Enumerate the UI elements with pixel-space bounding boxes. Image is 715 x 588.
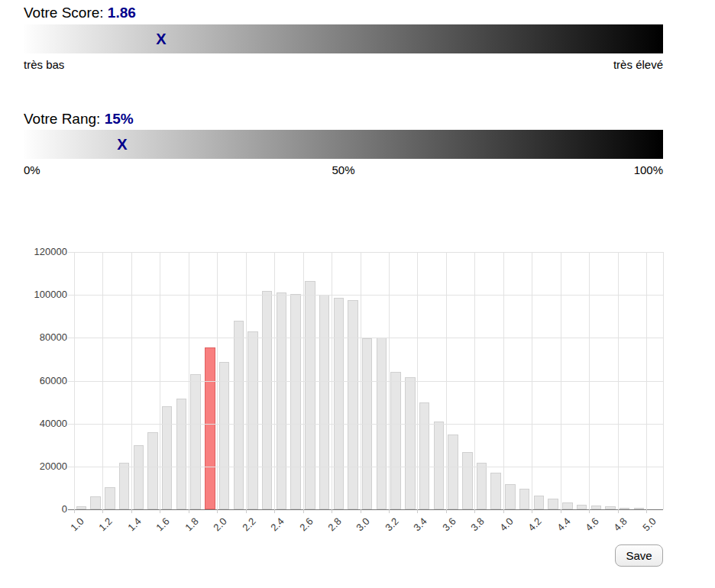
- x-tick-label: 3.8: [469, 515, 487, 533]
- y-tick-label: 40000: [21, 418, 67, 430]
- v-gridline: [274, 252, 275, 509]
- v-gridline: [131, 252, 132, 509]
- save-button[interactable]: Save: [615, 544, 663, 567]
- y-tick-label: 60000: [21, 375, 67, 387]
- histogram-bar: [247, 331, 257, 509]
- h-gridline: [68, 338, 663, 338]
- score-gradient-bar: X: [24, 24, 663, 53]
- histogram-bar-highlighted: [205, 347, 215, 509]
- h-gridline: [68, 381, 663, 382]
- score-title-label: Votre Score:: [24, 5, 104, 21]
- histogram-bar: [190, 374, 200, 509]
- histogram-bar: [534, 496, 544, 509]
- rank-marker-x: X: [117, 137, 127, 152]
- histogram-bar: [176, 399, 186, 509]
- x-tick-label: 1.0: [68, 515, 86, 533]
- histogram-bar: [262, 291, 272, 509]
- rank-scale-100-label: 100%: [634, 163, 663, 176]
- x-tick-label: 5.0: [640, 515, 658, 533]
- y-tick-label: 20000: [21, 460, 67, 473]
- histogram-bar: [434, 422, 444, 509]
- score-scale-labels: très bas très élevé: [24, 58, 663, 72]
- x-tick-mark: [618, 509, 619, 513]
- h-gridline: [68, 252, 663, 253]
- v-gridline: [503, 252, 504, 509]
- x-tick-label: 3.6: [440, 515, 458, 533]
- v-gridline: [561, 252, 561, 509]
- v-gridline: [646, 252, 647, 509]
- x-tick-mark: [131, 509, 132, 513]
- histogram-bar: [219, 362, 229, 509]
- v-gridline: [446, 252, 447, 509]
- v-gridline: [618, 252, 619, 509]
- x-tick-mark: [332, 509, 332, 513]
- y-tick-label: 120000: [21, 246, 67, 258]
- x-tick-mark: [217, 509, 218, 513]
- histogram-bar: [134, 445, 144, 509]
- page: Votre Score: 1.86 X très bas très élevé …: [0, 0, 715, 588]
- histogram-bar: [147, 432, 157, 509]
- histogram-bar: [234, 321, 244, 509]
- x-tick-label: 4.4: [555, 515, 572, 533]
- histogram-bar: [390, 372, 400, 509]
- score-scale-high-label: très élevé: [613, 58, 663, 71]
- histogram-bar: [562, 502, 572, 509]
- histogram-bar: [505, 484, 515, 509]
- x-tick-mark: [532, 509, 532, 513]
- x-tick-mark: [474, 509, 475, 513]
- x-tick-mark: [274, 509, 275, 513]
- rank-scale-50-label: 50%: [332, 163, 354, 176]
- rank-title: Votre Rang: 15%: [24, 111, 134, 128]
- x-tick-mark: [417, 509, 418, 513]
- histogram-bar: [277, 292, 286, 509]
- x-tick-label: 1.2: [97, 515, 115, 533]
- histogram-bar: [490, 473, 500, 509]
- histogram-bar: [334, 298, 344, 509]
- rank-gradient-bar: X: [24, 130, 663, 159]
- x-tick-label: 2.4: [268, 515, 286, 533]
- v-gridline: [74, 252, 75, 509]
- x-tick-mark: [561, 509, 561, 513]
- x-tick-mark: [74, 509, 75, 513]
- score-title: Votre Score: 1.86: [24, 5, 136, 21]
- x-tick-label: 2.2: [240, 515, 257, 533]
- x-tick-mark: [589, 509, 590, 513]
- v-gridline: [532, 252, 532, 509]
- v-gridline: [474, 252, 475, 509]
- x-tick-label: 1.8: [183, 515, 200, 533]
- v-gridline: [417, 252, 418, 509]
- v-gridline: [332, 252, 332, 509]
- x-tick-mark: [446, 509, 447, 513]
- rank-title-label: Votre Rang:: [24, 111, 100, 127]
- x-tick-mark: [160, 509, 160, 513]
- y-tick-label: 0: [21, 503, 67, 515]
- v-gridline: [361, 252, 361, 509]
- histogram-bar: [105, 487, 115, 509]
- x-tick-mark: [303, 509, 304, 513]
- histogram-bar: [290, 294, 300, 509]
- h-gridline: [68, 467, 663, 467]
- histogram-bar: [477, 463, 487, 509]
- x-tick-mark: [189, 509, 189, 513]
- histogram-bar: [448, 435, 458, 509]
- histogram-bar: [319, 295, 329, 509]
- rank-scale-labels: 0% 50% 100%: [24, 163, 663, 177]
- score-marker-x: X: [156, 31, 166, 47]
- plot-area: 1.01.21.41.61.82.02.22.42.62.83.03.23.43…: [74, 252, 664, 509]
- score-distribution-histogram: 120000100000800006000040000200000 1.01.2…: [0, 252, 715, 542]
- rank-value: 15%: [105, 111, 134, 127]
- x-tick-label: 3.2: [383, 515, 400, 533]
- histogram-bar: [519, 489, 529, 509]
- v-gridline: [217, 252, 218, 509]
- v-gridline: [246, 252, 247, 509]
- x-tick-mark: [646, 509, 647, 513]
- v-gridline: [189, 252, 189, 509]
- y-tick-label: 80000: [21, 331, 67, 344]
- h-gridline: [68, 295, 663, 296]
- histogram-bar: [419, 402, 429, 509]
- x-tick-mark: [102, 509, 103, 513]
- x-tick-label: 3.0: [354, 515, 372, 533]
- score-value: 1.86: [108, 5, 136, 21]
- v-gridline: [389, 252, 390, 509]
- histogram-bar: [90, 496, 100, 509]
